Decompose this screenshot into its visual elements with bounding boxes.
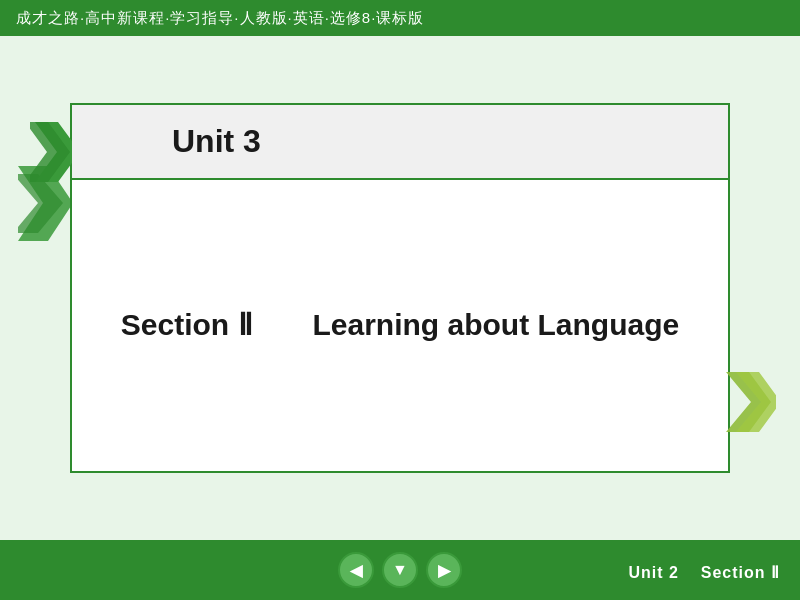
next-button[interactable]: ▶ <box>426 552 462 588</box>
content-card: Unit 3 Section Ⅱ Learning about Language <box>70 103 730 473</box>
main-area: Unit 3 Section Ⅱ Learning about Language <box>0 36 800 540</box>
unit-title: Unit 3 <box>172 123 261 159</box>
bottom-bar: ◀ ▼ ▶ Unit 2 Section Ⅱ <box>0 540 800 600</box>
section-body: Section Ⅱ Learning about Language <box>72 180 728 471</box>
header-bar: 成才之路·高中新课程·学习指导·人教版·英语·选修8·课标版 <box>0 0 800 36</box>
unit-header: Unit 3 <box>72 105 728 180</box>
card-right-decoration <box>721 367 776 441</box>
section-title: Section Ⅱ Learning about Language <box>121 305 679 346</box>
home-button[interactable]: ▼ <box>382 552 418 588</box>
bottom-unit-text: Unit 2 <box>629 564 679 581</box>
header-title: 成才之路·高中新课程·学习指导·人教版·英语·选修8·课标版 <box>16 9 424 28</box>
bottom-right-text: Unit 2 Section Ⅱ <box>629 563 780 582</box>
nav-buttons: ◀ ▼ ▶ <box>338 552 462 588</box>
bottom-section-text: Section Ⅱ <box>701 564 780 581</box>
prev-button[interactable]: ◀ <box>338 552 374 588</box>
